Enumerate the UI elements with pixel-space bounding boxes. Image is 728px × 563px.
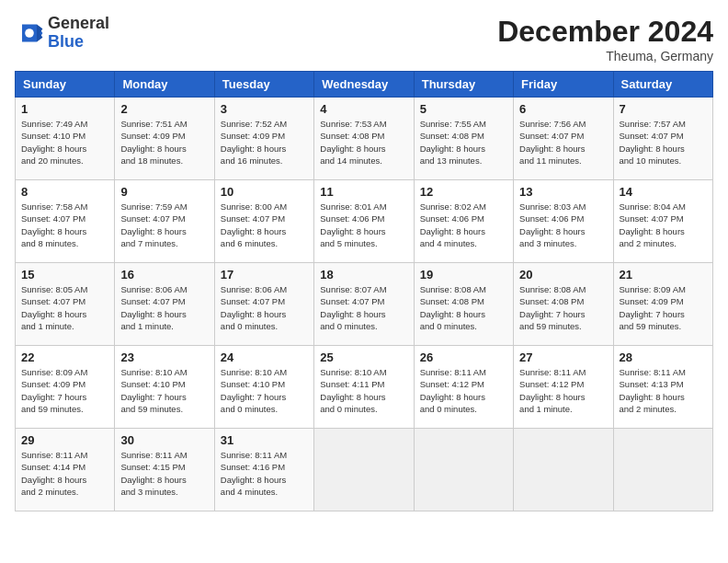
day-number: 21 bbox=[620, 268, 707, 282]
day-info: Sunrise: 8:11 AMSunset: 4:12 PMDaylight:… bbox=[420, 366, 507, 415]
weekday-header-friday: Friday bbox=[514, 72, 613, 98]
calendar-cell: 5Sunrise: 7:55 AMSunset: 4:08 PMDaylight… bbox=[414, 98, 513, 180]
page-header: General Blue December 2024 Theuma, Germa… bbox=[15, 15, 713, 63]
day-number: 23 bbox=[120, 350, 208, 364]
calendar-cell: 15Sunrise: 8:05 AMSunset: 4:07 PMDayligh… bbox=[16, 263, 115, 346]
day-number: 3 bbox=[221, 102, 308, 116]
logo: General Blue bbox=[15, 15, 109, 52]
day-number: 16 bbox=[120, 268, 208, 282]
calendar-week-5: 29Sunrise: 8:11 AMSunset: 4:14 PMDayligh… bbox=[16, 429, 713, 511]
day-info: Sunrise: 8:05 AMSunset: 4:07 PMDaylight:… bbox=[21, 283, 108, 332]
logo-icon bbox=[15, 18, 44, 48]
day-number: 13 bbox=[519, 185, 607, 199]
calendar-cell: 30Sunrise: 8:11 AMSunset: 4:15 PMDayligh… bbox=[115, 429, 214, 511]
day-number: 4 bbox=[320, 102, 407, 116]
weekday-header-thursday: Thursday bbox=[414, 72, 513, 98]
day-info: Sunrise: 7:57 AMSunset: 4:07 PMDaylight:… bbox=[620, 118, 707, 167]
weekday-header-monday: Monday bbox=[115, 72, 214, 98]
day-number: 18 bbox=[320, 268, 407, 282]
day-number: 22 bbox=[21, 350, 108, 364]
day-info: Sunrise: 8:09 AMSunset: 4:09 PMDaylight:… bbox=[21, 366, 108, 415]
day-number: 9 bbox=[120, 185, 208, 199]
calendar-cell: 18Sunrise: 8:07 AMSunset: 4:07 PMDayligh… bbox=[314, 263, 414, 346]
day-info: Sunrise: 7:59 AMSunset: 4:07 PMDaylight:… bbox=[120, 201, 208, 249]
calendar-cell: 2Sunrise: 7:51 AMSunset: 4:09 PMDaylight… bbox=[115, 98, 214, 180]
calendar-week-2: 8Sunrise: 7:58 AMSunset: 4:07 PMDaylight… bbox=[16, 180, 713, 263]
day-number: 25 bbox=[320, 350, 407, 364]
day-info: Sunrise: 8:06 AMSunset: 4:07 PMDaylight:… bbox=[221, 283, 308, 332]
day-info: Sunrise: 8:11 AMSunset: 4:15 PMDaylight:… bbox=[120, 449, 208, 498]
calendar-table: SundayMondayTuesdayWednesdayThursdayFrid… bbox=[15, 71, 713, 511]
calendar-week-1: 1Sunrise: 7:49 AMSunset: 4:10 PMDaylight… bbox=[16, 98, 713, 180]
calendar-cell: 25Sunrise: 8:10 AMSunset: 4:11 PMDayligh… bbox=[314, 346, 414, 429]
day-number: 10 bbox=[221, 185, 308, 199]
day-info: Sunrise: 8:06 AMSunset: 4:07 PMDaylight:… bbox=[120, 283, 208, 332]
svg-point-2 bbox=[25, 29, 34, 38]
day-info: Sunrise: 8:10 AMSunset: 4:10 PMDaylight:… bbox=[221, 366, 308, 415]
day-number: 14 bbox=[620, 185, 707, 199]
day-info: Sunrise: 8:08 AMSunset: 4:08 PMDaylight:… bbox=[519, 283, 607, 332]
day-number: 26 bbox=[420, 350, 507, 364]
location: Theuma, Germany bbox=[497, 49, 713, 63]
day-number: 8 bbox=[21, 185, 108, 199]
calendar-cell: 20Sunrise: 8:08 AMSunset: 4:08 PMDayligh… bbox=[514, 263, 613, 346]
calendar-cell: 24Sunrise: 8:10 AMSunset: 4:10 PMDayligh… bbox=[214, 346, 313, 429]
day-number: 12 bbox=[420, 185, 507, 199]
day-info: Sunrise: 8:10 AMSunset: 4:11 PMDaylight:… bbox=[320, 366, 407, 415]
calendar-cell bbox=[514, 429, 613, 511]
calendar-cell bbox=[414, 429, 513, 511]
calendar-cell: 6Sunrise: 7:56 AMSunset: 4:07 PMDaylight… bbox=[514, 98, 613, 180]
day-number: 28 bbox=[620, 350, 707, 364]
day-number: 19 bbox=[420, 268, 507, 282]
calendar-week-4: 22Sunrise: 8:09 AMSunset: 4:09 PMDayligh… bbox=[16, 346, 713, 429]
day-info: Sunrise: 7:49 AMSunset: 4:10 PMDaylight:… bbox=[21, 118, 108, 167]
day-info: Sunrise: 8:07 AMSunset: 4:07 PMDaylight:… bbox=[320, 283, 407, 332]
day-info: Sunrise: 7:58 AMSunset: 4:07 PMDaylight:… bbox=[21, 201, 108, 249]
calendar-cell bbox=[613, 429, 712, 511]
calendar-cell: 1Sunrise: 7:49 AMSunset: 4:10 PMDaylight… bbox=[16, 98, 115, 180]
calendar-cell: 11Sunrise: 8:01 AMSunset: 4:06 PMDayligh… bbox=[314, 180, 414, 263]
calendar-cell: 14Sunrise: 8:04 AMSunset: 4:07 PMDayligh… bbox=[613, 180, 712, 263]
day-info: Sunrise: 7:53 AMSunset: 4:08 PMDaylight:… bbox=[320, 118, 407, 167]
day-number: 7 bbox=[620, 102, 707, 116]
day-info: Sunrise: 8:08 AMSunset: 4:08 PMDaylight:… bbox=[420, 283, 507, 332]
calendar-cell: 17Sunrise: 8:06 AMSunset: 4:07 PMDayligh… bbox=[214, 263, 313, 346]
day-info: Sunrise: 8:11 AMSunset: 4:12 PMDaylight:… bbox=[519, 366, 607, 415]
calendar-cell bbox=[314, 429, 414, 511]
day-info: Sunrise: 8:09 AMSunset: 4:09 PMDaylight:… bbox=[620, 283, 707, 332]
title-block: December 2024 Theuma, Germany bbox=[497, 15, 713, 63]
calendar-cell: 9Sunrise: 7:59 AMSunset: 4:07 PMDaylight… bbox=[115, 180, 214, 263]
day-info: Sunrise: 8:01 AMSunset: 4:06 PMDaylight:… bbox=[320, 201, 407, 249]
calendar-cell: 10Sunrise: 8:00 AMSunset: 4:07 PMDayligh… bbox=[214, 180, 313, 263]
day-number: 1 bbox=[21, 102, 108, 116]
calendar-cell: 4Sunrise: 7:53 AMSunset: 4:08 PMDaylight… bbox=[314, 98, 414, 180]
day-number: 30 bbox=[120, 433, 208, 447]
calendar-cell: 22Sunrise: 8:09 AMSunset: 4:09 PMDayligh… bbox=[16, 346, 115, 429]
day-info: Sunrise: 8:11 AMSunset: 4:13 PMDaylight:… bbox=[620, 366, 707, 415]
month-title: December 2024 bbox=[497, 15, 713, 49]
day-info: Sunrise: 7:56 AMSunset: 4:07 PMDaylight:… bbox=[519, 118, 607, 167]
calendar-cell: 21Sunrise: 8:09 AMSunset: 4:09 PMDayligh… bbox=[613, 263, 712, 346]
day-number: 17 bbox=[221, 268, 308, 282]
day-info: Sunrise: 8:03 AMSunset: 4:06 PMDaylight:… bbox=[519, 201, 607, 249]
calendar-cell: 7Sunrise: 7:57 AMSunset: 4:07 PMDaylight… bbox=[613, 98, 712, 180]
calendar-cell: 28Sunrise: 8:11 AMSunset: 4:13 PMDayligh… bbox=[613, 346, 712, 429]
calendar-cell: 8Sunrise: 7:58 AMSunset: 4:07 PMDaylight… bbox=[16, 180, 115, 263]
day-number: 5 bbox=[420, 102, 507, 116]
day-info: Sunrise: 7:55 AMSunset: 4:08 PMDaylight:… bbox=[420, 118, 507, 167]
calendar-week-3: 15Sunrise: 8:05 AMSunset: 4:07 PMDayligh… bbox=[16, 263, 713, 346]
day-number: 20 bbox=[519, 268, 607, 282]
day-number: 11 bbox=[320, 185, 407, 199]
logo-text: General Blue bbox=[48, 15, 109, 52]
day-info: Sunrise: 8:11 AMSunset: 4:14 PMDaylight:… bbox=[21, 449, 108, 498]
day-number: 15 bbox=[21, 268, 108, 282]
day-number: 31 bbox=[221, 433, 308, 447]
weekday-header-row: SundayMondayTuesdayWednesdayThursdayFrid… bbox=[16, 72, 713, 98]
calendar-cell: 26Sunrise: 8:11 AMSunset: 4:12 PMDayligh… bbox=[414, 346, 513, 429]
calendar-cell: 27Sunrise: 8:11 AMSunset: 4:12 PMDayligh… bbox=[514, 346, 613, 429]
weekday-header-sunday: Sunday bbox=[16, 72, 115, 98]
day-info: Sunrise: 8:02 AMSunset: 4:06 PMDaylight:… bbox=[420, 201, 507, 249]
day-number: 6 bbox=[519, 102, 607, 116]
day-number: 24 bbox=[221, 350, 308, 364]
day-info: Sunrise: 8:04 AMSunset: 4:07 PMDaylight:… bbox=[620, 201, 707, 249]
